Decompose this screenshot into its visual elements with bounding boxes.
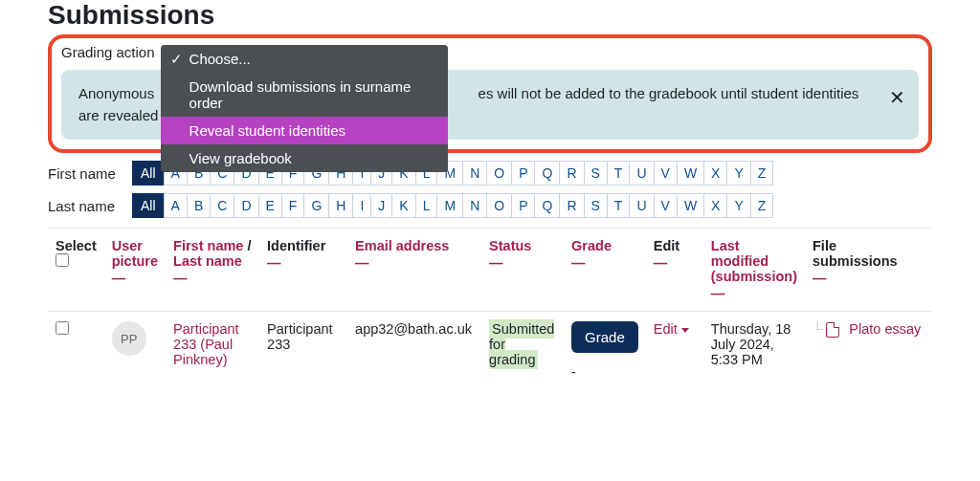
filter-letter[interactable]: R xyxy=(559,161,584,186)
filter-letter[interactable]: Z xyxy=(750,193,774,218)
filter-all[interactable]: All xyxy=(132,193,165,218)
filter-letter[interactable]: L xyxy=(415,193,438,218)
collapse-icon[interactable]: — xyxy=(813,271,924,286)
filter-letter[interactable]: V xyxy=(654,193,678,218)
header-file-submissions: File submissions xyxy=(813,238,898,269)
file-link[interactable]: Plato essay xyxy=(849,321,921,337)
first-name-filter-label: First name xyxy=(48,165,124,182)
participant-name[interactable]: Participant 233 (Paul Pinkney) xyxy=(173,321,239,367)
collapse-icon[interactable]: — xyxy=(173,271,252,286)
col-header-select: Select xyxy=(48,229,104,312)
filter-letter[interactable]: V xyxy=(654,161,678,186)
filter-letter[interactable]: C xyxy=(210,193,234,218)
header-last-modified[interactable]: Last modified (submission) xyxy=(711,238,797,284)
menu-item-choose[interactable]: Choose... xyxy=(161,45,448,73)
header-identifier: Identifier xyxy=(267,238,325,253)
col-header-grade: Grade — xyxy=(564,229,646,312)
filter-letter[interactable]: K xyxy=(391,193,415,218)
alert-text-prefix: Anonymous xyxy=(78,85,154,101)
header-select: Select xyxy=(56,238,97,253)
filter-all[interactable]: All xyxy=(132,161,165,186)
file-icon xyxy=(826,322,839,338)
header-first-name[interactable]: First name xyxy=(173,238,243,253)
filter-letter[interactable]: Y xyxy=(726,161,750,186)
filter-letter[interactable]: F xyxy=(281,193,305,218)
col-header-edit: Edit — xyxy=(646,229,703,312)
grading-action-menu: Choose... Download submissions in surnam… xyxy=(161,45,448,172)
grading-action-row: Grading action Choose... Download submis… xyxy=(61,44,919,60)
annotation-highlight: Grading action Choose... Download submis… xyxy=(48,34,932,153)
header-edit: Edit xyxy=(654,238,679,253)
filter-letter[interactable]: S xyxy=(584,193,608,218)
filter-letter[interactable]: Z xyxy=(750,161,774,186)
grade-value: - xyxy=(571,364,638,380)
page-title: Submissions xyxy=(48,0,932,31)
filter-letter[interactable]: Y xyxy=(726,193,750,218)
select-all-checkbox[interactable] xyxy=(56,253,69,267)
filter-letter[interactable]: N xyxy=(462,193,487,218)
collapse-icon[interactable]: — xyxy=(654,255,696,271)
filter-letter[interactable]: T xyxy=(607,161,631,186)
header-user-picture[interactable]: User picture xyxy=(112,238,158,269)
menu-item-reveal[interactable]: Reveal student identities xyxy=(161,117,448,144)
filter-letter[interactable]: M xyxy=(436,193,463,218)
identifier-text: Participant 233 xyxy=(267,321,333,352)
collapse-icon[interactable]: — xyxy=(267,255,340,271)
col-header-picture: User picture — xyxy=(104,229,166,312)
filter-letter[interactable]: W xyxy=(677,193,704,218)
filter-letter[interactable]: X xyxy=(703,161,727,186)
grading-action-select[interactable]: Choose... Download submissions in surnam… xyxy=(161,51,448,55)
col-header-email: Email address — xyxy=(347,229,481,312)
header-grade[interactable]: Grade xyxy=(571,238,612,253)
filter-letter[interactable]: P xyxy=(511,193,535,218)
edit-link[interactable]: Edit xyxy=(654,321,689,337)
filter-letter[interactable]: R xyxy=(559,193,584,218)
filter-letter[interactable]: I xyxy=(352,193,371,218)
status-badge: Submitted for grading xyxy=(489,319,554,369)
filter-letter[interactable]: E xyxy=(258,193,282,218)
col-header-lastmod: Last modified (submission) — xyxy=(703,229,805,312)
filter-letter[interactable]: W xyxy=(677,161,704,186)
last-name-letters: All A B C D E F G H I J K L M N O P Q R … xyxy=(132,193,773,218)
avatar: PP xyxy=(112,321,146,356)
filter-letter[interactable]: U xyxy=(629,161,654,186)
filter-letter[interactable]: X xyxy=(703,193,727,218)
filter-letter[interactable]: H xyxy=(328,193,353,218)
filter-letter[interactable]: S xyxy=(584,161,608,186)
last-modified-text: Thursday, 18 July 2024, 5:33 PM xyxy=(711,321,791,367)
col-header-status: Status — xyxy=(481,229,564,312)
header-last-name[interactable]: Last name xyxy=(173,253,242,269)
col-header-name: First name / Last name — xyxy=(166,229,259,312)
filter-letter[interactable]: Q xyxy=(534,161,560,186)
filter-letter[interactable]: D xyxy=(234,193,258,218)
collapse-icon[interactable]: — xyxy=(571,255,638,271)
last-name-filter: Last name All A B C D E F G H I J K L M … xyxy=(48,193,932,218)
submissions-table: Select User picture — First name / Last … xyxy=(48,228,932,389)
filter-letter[interactable]: B xyxy=(187,193,211,218)
filter-letter[interactable]: G xyxy=(303,193,329,218)
close-icon[interactable]: ✕ xyxy=(889,83,905,112)
collapse-icon[interactable]: — xyxy=(355,255,474,271)
menu-item-download[interactable]: Download submissions in surname order xyxy=(161,73,448,117)
filter-letter[interactable]: T xyxy=(607,193,631,218)
filter-letter[interactable]: U xyxy=(629,193,654,218)
row-select-checkbox[interactable] xyxy=(56,321,69,335)
header-slash: / xyxy=(247,238,251,253)
filter-letter[interactable]: N xyxy=(462,161,487,186)
col-header-file: File submissions — xyxy=(805,229,932,312)
filter-letter[interactable]: O xyxy=(486,161,512,186)
filter-letter[interactable]: Q xyxy=(534,193,560,218)
grade-button[interactable]: Grade xyxy=(571,321,638,353)
filter-letter[interactable]: J xyxy=(370,193,392,218)
menu-item-gradebook[interactable]: View gradebook xyxy=(161,144,448,172)
grading-action-label: Grading action xyxy=(61,44,155,60)
collapse-icon[interactable]: — xyxy=(112,271,158,286)
filter-letter[interactable]: A xyxy=(164,193,188,218)
filter-letter[interactable]: P xyxy=(511,161,535,186)
last-name-filter-label: Last name xyxy=(48,198,124,214)
filter-letter[interactable]: O xyxy=(486,193,512,218)
header-email[interactable]: Email address xyxy=(355,238,449,253)
header-status[interactable]: Status xyxy=(489,238,531,253)
collapse-icon[interactable]: — xyxy=(489,255,556,271)
collapse-icon[interactable]: — xyxy=(711,286,797,301)
